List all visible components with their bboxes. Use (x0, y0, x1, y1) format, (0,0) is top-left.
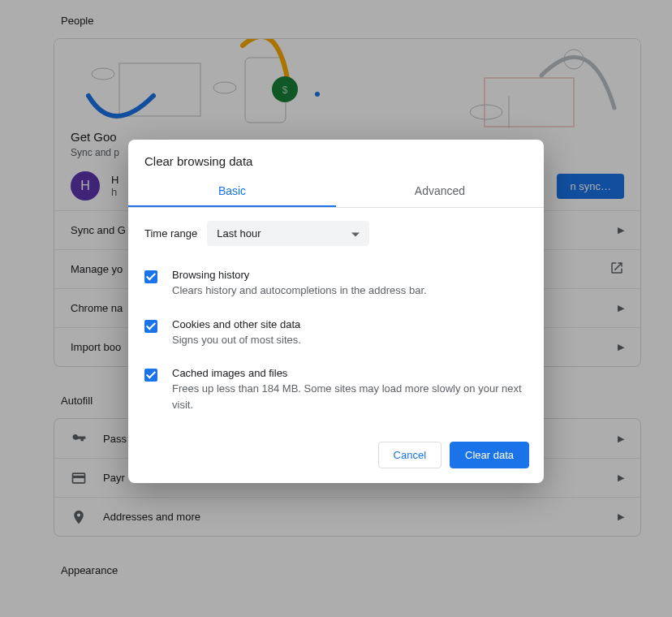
option-title: Browsing history (172, 269, 427, 281)
clear-browsing-data-dialog: Clear browsing data Basic Advanced Time … (128, 140, 544, 483)
dialog-title: Clear browsing data (128, 140, 544, 175)
option-title: Cached images and files (172, 367, 528, 379)
time-range-row: Time range Last hour (144, 221, 528, 246)
tab-advanced[interactable]: Advanced (336, 175, 544, 207)
modal-scrim: Clear browsing data Basic Advanced Time … (0, 0, 672, 617)
option-cached[interactable]: Cached images and files Frees up less th… (144, 359, 528, 424)
option-browsing-history[interactable]: Browsing history Clears history and auto… (144, 261, 528, 310)
option-desc: Clears history and autocompletions in th… (172, 283, 427, 299)
tab-basic[interactable]: Basic (128, 175, 336, 207)
dialog-actions: Cancel Clear data (128, 430, 544, 483)
dialog-body: Time range Last hour Browsing history Cl… (128, 208, 544, 430)
cancel-button[interactable]: Cancel (378, 442, 442, 468)
checkbox-checked-icon[interactable] (144, 369, 157, 382)
time-range-label: Time range (144, 227, 197, 239)
time-range-value: Last hour (217, 227, 261, 239)
option-desc: Frees up less than 184 MB. Some sites ma… (172, 381, 528, 412)
dialog-tabs: Basic Advanced (128, 175, 544, 208)
checkbox-checked-icon[interactable] (144, 270, 157, 283)
option-desc: Signs you out of most sites. (172, 332, 301, 348)
time-range-select[interactable]: Last hour (207, 221, 369, 246)
option-title: Cookies and other site data (172, 318, 301, 330)
checkbox-checked-icon[interactable] (144, 320, 157, 333)
clear-data-button[interactable]: Clear data (450, 442, 529, 468)
option-cookies[interactable]: Cookies and other site data Signs you ou… (144, 310, 528, 360)
